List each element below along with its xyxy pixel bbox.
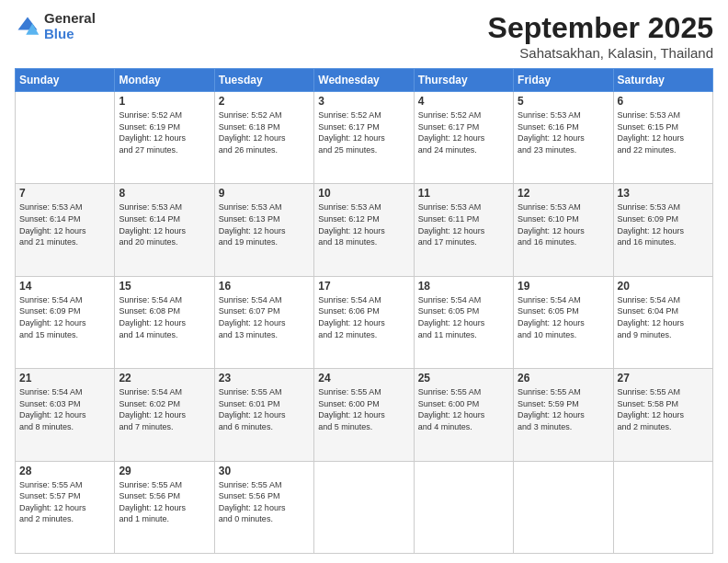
table-row: 4Sunrise: 5:52 AM Sunset: 6:17 PM Daylig…: [414, 92, 513, 184]
day-number: 23: [219, 372, 310, 385]
table-row: 19Sunrise: 5:54 AM Sunset: 6:05 PM Dayli…: [514, 276, 613, 368]
day-info: Sunrise: 5:54 AM Sunset: 6:07 PM Dayligh…: [219, 294, 310, 340]
day-number: 18: [418, 280, 509, 293]
table-row: 27Sunrise: 5:55 AM Sunset: 5:58 PM Dayli…: [613, 369, 712, 461]
col-tuesday: Tuesday: [214, 69, 313, 92]
day-number: 15: [119, 280, 210, 293]
day-number: 27: [618, 372, 709, 385]
table-row: [613, 461, 712, 553]
day-number: 30: [219, 465, 310, 477]
day-number: 16: [219, 280, 310, 293]
day-info: Sunrise: 5:54 AM Sunset: 6:05 PM Dayligh…: [418, 294, 509, 340]
day-info: Sunrise: 5:54 AM Sunset: 6:06 PM Dayligh…: [318, 294, 409, 340]
day-info: Sunrise: 5:55 AM Sunset: 5:56 PM Dayligh…: [119, 479, 210, 525]
calendar-subtitle: Sahatsakhan, Kalasin, Thailand: [488, 45, 713, 61]
day-number: 14: [19, 280, 110, 293]
logo-general-text: General: [44, 11, 96, 27]
day-info: Sunrise: 5:53 AM Sunset: 6:16 PM Dayligh…: [518, 109, 609, 155]
logo-text: General Blue: [44, 11, 96, 41]
day-number: 19: [518, 280, 609, 293]
day-number: 10: [318, 187, 409, 200]
day-number: 11: [418, 187, 509, 200]
table-row: 8Sunrise: 5:53 AM Sunset: 6:14 PM Daylig…: [115, 184, 214, 276]
col-friday: Friday: [514, 69, 613, 92]
table-row: 1Sunrise: 5:52 AM Sunset: 6:19 PM Daylig…: [115, 92, 214, 184]
day-number: 8: [119, 187, 210, 200]
day-number: 12: [518, 187, 609, 200]
day-info: Sunrise: 5:55 AM Sunset: 6:00 PM Dayligh…: [418, 386, 509, 432]
table-row: 17Sunrise: 5:54 AM Sunset: 6:06 PM Dayli…: [314, 276, 414, 368]
day-number: 21: [19, 372, 110, 385]
header: General Blue September 2025 Sahatsakhan,…: [15, 11, 713, 61]
day-number: 20: [618, 280, 709, 293]
day-info: Sunrise: 5:52 AM Sunset: 6:18 PM Dayligh…: [219, 109, 310, 155]
table-row: 12Sunrise: 5:53 AM Sunset: 6:10 PM Dayli…: [514, 184, 613, 276]
day-number: 25: [418, 372, 509, 385]
logo-icon: [15, 14, 40, 40]
day-info: Sunrise: 5:54 AM Sunset: 6:03 PM Dayligh…: [19, 386, 110, 432]
day-info: Sunrise: 5:52 AM Sunset: 6:17 PM Dayligh…: [318, 109, 409, 155]
day-number: 5: [518, 95, 609, 108]
day-info: Sunrise: 5:54 AM Sunset: 6:08 PM Dayligh…: [119, 294, 210, 340]
table-row: 10Sunrise: 5:53 AM Sunset: 6:12 PM Dayli…: [314, 184, 414, 276]
table-row: 22Sunrise: 5:54 AM Sunset: 6:02 PM Dayli…: [115, 369, 214, 461]
table-row: [16, 92, 115, 184]
day-info: Sunrise: 5:55 AM Sunset: 5:59 PM Dayligh…: [518, 386, 609, 432]
calendar-table: Sunday Monday Tuesday Wednesday Thursday…: [15, 68, 713, 554]
day-number: 6: [618, 95, 709, 108]
day-info: Sunrise: 5:55 AM Sunset: 6:00 PM Dayligh…: [318, 386, 409, 432]
day-info: Sunrise: 5:54 AM Sunset: 6:09 PM Dayligh…: [19, 294, 110, 340]
table-row: 6Sunrise: 5:53 AM Sunset: 6:15 PM Daylig…: [613, 92, 712, 184]
day-info: Sunrise: 5:53 AM Sunset: 6:13 PM Dayligh…: [219, 201, 310, 247]
day-info: Sunrise: 5:54 AM Sunset: 6:04 PM Dayligh…: [618, 294, 709, 340]
table-row: 28Sunrise: 5:55 AM Sunset: 5:57 PM Dayli…: [16, 461, 115, 553]
table-row: 13Sunrise: 5:53 AM Sunset: 6:09 PM Dayli…: [613, 184, 712, 276]
col-wednesday: Wednesday: [314, 69, 414, 92]
day-info: Sunrise: 5:55 AM Sunset: 5:56 PM Dayligh…: [219, 479, 310, 525]
col-thursday: Thursday: [414, 69, 513, 92]
day-info: Sunrise: 5:52 AM Sunset: 6:19 PM Dayligh…: [119, 109, 210, 155]
table-row: 24Sunrise: 5:55 AM Sunset: 6:00 PM Dayli…: [314, 369, 414, 461]
table-row: 14Sunrise: 5:54 AM Sunset: 6:09 PM Dayli…: [16, 276, 115, 368]
table-row: 16Sunrise: 5:54 AM Sunset: 6:07 PM Dayli…: [214, 276, 313, 368]
table-row: 3Sunrise: 5:52 AM Sunset: 6:17 PM Daylig…: [314, 92, 414, 184]
day-info: Sunrise: 5:54 AM Sunset: 6:02 PM Dayligh…: [119, 386, 210, 432]
logo: General Blue: [15, 11, 96, 41]
table-row: 21Sunrise: 5:54 AM Sunset: 6:03 PM Dayli…: [16, 369, 115, 461]
col-saturday: Saturday: [613, 69, 712, 92]
col-sunday: Sunday: [16, 69, 115, 92]
day-number: 22: [119, 372, 210, 385]
day-number: 9: [219, 187, 310, 200]
week-row-1: 7Sunrise: 5:53 AM Sunset: 6:14 PM Daylig…: [16, 184, 713, 276]
day-info: Sunrise: 5:53 AM Sunset: 6:15 PM Dayligh…: [618, 109, 709, 155]
table-row: [514, 461, 613, 553]
week-row-4: 28Sunrise: 5:55 AM Sunset: 5:57 PM Dayli…: [16, 461, 713, 553]
day-info: Sunrise: 5:53 AM Sunset: 6:09 PM Dayligh…: [618, 201, 709, 247]
day-number: 2: [219, 95, 310, 108]
page: General Blue September 2025 Sahatsakhan,…: [0, 0, 728, 563]
table-row: [314, 461, 414, 553]
table-row: 7Sunrise: 5:53 AM Sunset: 6:14 PM Daylig…: [16, 184, 115, 276]
table-row: 15Sunrise: 5:54 AM Sunset: 6:08 PM Dayli…: [115, 276, 214, 368]
table-row: 2Sunrise: 5:52 AM Sunset: 6:18 PM Daylig…: [214, 92, 313, 184]
week-row-3: 21Sunrise: 5:54 AM Sunset: 6:03 PM Dayli…: [16, 369, 713, 461]
day-info: Sunrise: 5:55 AM Sunset: 6:01 PM Dayligh…: [219, 386, 310, 432]
col-monday: Monday: [115, 69, 214, 92]
table-row: [414, 461, 513, 553]
day-number: 7: [19, 187, 110, 200]
table-row: 5Sunrise: 5:53 AM Sunset: 6:16 PM Daylig…: [514, 92, 613, 184]
day-number: 26: [518, 372, 609, 385]
day-info: Sunrise: 5:55 AM Sunset: 5:57 PM Dayligh…: [19, 479, 110, 525]
day-number: 1: [119, 95, 210, 108]
table-row: 23Sunrise: 5:55 AM Sunset: 6:01 PM Dayli…: [214, 369, 313, 461]
table-row: 20Sunrise: 5:54 AM Sunset: 6:04 PM Dayli…: [613, 276, 712, 368]
day-info: Sunrise: 5:53 AM Sunset: 6:11 PM Dayligh…: [418, 201, 509, 247]
week-row-0: 1Sunrise: 5:52 AM Sunset: 6:19 PM Daylig…: [16, 92, 713, 184]
day-info: Sunrise: 5:55 AM Sunset: 5:58 PM Dayligh…: [618, 386, 709, 432]
table-row: 9Sunrise: 5:53 AM Sunset: 6:13 PM Daylig…: [214, 184, 313, 276]
table-row: 25Sunrise: 5:55 AM Sunset: 6:00 PM Dayli…: [414, 369, 513, 461]
day-number: 24: [318, 372, 409, 385]
week-row-2: 14Sunrise: 5:54 AM Sunset: 6:09 PM Dayli…: [16, 276, 713, 368]
day-number: 13: [618, 187, 709, 200]
table-row: 18Sunrise: 5:54 AM Sunset: 6:05 PM Dayli…: [414, 276, 513, 368]
